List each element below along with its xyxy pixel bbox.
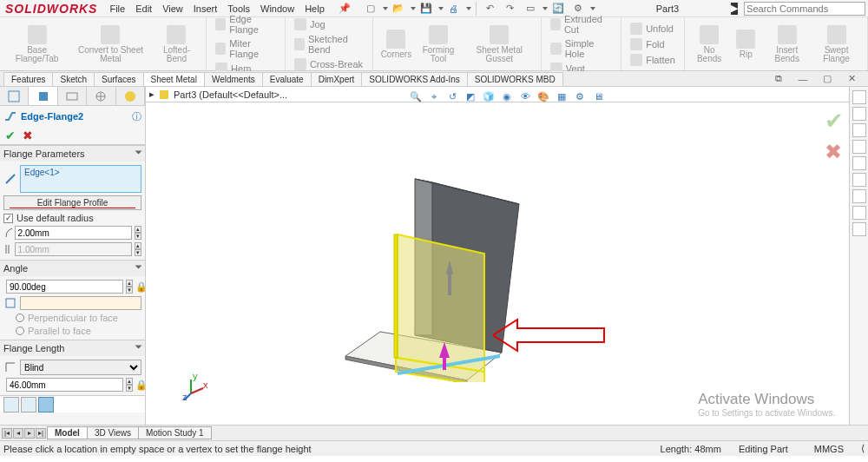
simple-hole-button[interactable]: Simple Hole <box>547 37 615 60</box>
tab-evaluate[interactable]: Evaluate <box>262 72 312 86</box>
print-dropdown[interactable] <box>466 7 471 10</box>
new-dropdown[interactable] <box>383 7 388 10</box>
miter-flange-button[interactable]: Miter Flange <box>212 37 279 60</box>
tab-model[interactable]: Model <box>47 426 88 439</box>
tab-features[interactable]: Features <box>3 72 53 86</box>
use-default-radius-checkbox[interactable]: ✓Use default radius <box>3 213 141 223</box>
swept-flange-button[interactable]: Swept Flange <box>811 19 862 69</box>
tab-addins[interactable]: SOLIDWORKS Add-Ins <box>361 72 467 86</box>
bend-radius-input[interactable] <box>15 226 132 240</box>
new-icon[interactable]: ▢ <box>364 2 378 16</box>
open-icon[interactable]: 📂 <box>391 2 405 16</box>
save-dropdown[interactable] <box>438 7 444 10</box>
taskpane-design-library-icon[interactable] <box>852 107 866 121</box>
forming-tool-button[interactable]: Forming Tool <box>413 19 463 69</box>
redo-icon[interactable]: ↷ <box>503 2 517 16</box>
no-bends-button[interactable]: No Bends <box>690 19 729 69</box>
open-dropdown[interactable] <box>411 7 416 10</box>
pm-tab-property-manager[interactable] <box>29 87 57 105</box>
section-angle[interactable]: Angle <box>3 263 28 274</box>
pm-tab-dimxpert[interactable] <box>87 87 115 105</box>
edge-selection-box[interactable]: Edge<1> <box>20 165 141 193</box>
tab-mbd[interactable]: SOLIDWORKS MBD <box>467 72 563 86</box>
graphics-viewport[interactable]: ▸ Part3 (Default<<Default>... 🔍 ⌖ ↺ ◩ 🧊 … <box>146 87 868 425</box>
display-style-icon[interactable]: ◉ <box>499 89 515 104</box>
sketched-bend-button[interactable]: Sketched Bend <box>291 33 368 56</box>
lock-icon[interactable]: 🔒 <box>135 281 146 293</box>
menu-help[interactable]: Help <box>305 3 325 14</box>
taskpane-view-palette-icon[interactable] <box>852 140 866 154</box>
doc-close-icon[interactable]: ✕ <box>845 72 858 86</box>
sheet-metal-gusset-button[interactable]: Sheet Metal Gusset <box>464 19 536 69</box>
status-extra[interactable]: ⟨ <box>861 443 865 454</box>
edge-flange-button[interactable]: Edge Flange <box>212 13 279 36</box>
tab-surfaces[interactable]: Surfaces <box>94 72 143 86</box>
menu-edit[interactable]: Edit <box>135 3 152 14</box>
confirm-ok-icon[interactable]: ✔ <box>825 108 844 135</box>
bend-radius-spinner[interactable]: ▲▼ <box>135 226 141 240</box>
undo-icon[interactable]: ↶ <box>483 2 497 16</box>
tangent-bend-button[interactable] <box>38 397 54 412</box>
tab-nav-next[interactable]: ▸ <box>24 428 35 439</box>
extruded-cut-button[interactable]: Extruded Cut <box>547 13 615 36</box>
view-settings-icon[interactable]: ⚙ <box>572 89 588 104</box>
corners-button[interactable]: Corners <box>378 19 413 69</box>
angle-input[interactable] <box>6 280 123 294</box>
tab-weldments[interactable]: Weldments <box>204 72 263 86</box>
search-input[interactable] <box>744 2 865 16</box>
taskpane-file-explorer-icon[interactable] <box>852 123 866 137</box>
pm-tab-config[interactable] <box>58 87 87 105</box>
taskpane-extra2-icon[interactable] <box>852 222 866 236</box>
tab-motion-study[interactable]: Motion Study 1 <box>138 426 212 439</box>
section-view-icon[interactable]: ◩ <box>463 89 478 104</box>
zoom-area-icon[interactable]: ⌖ <box>426 89 442 104</box>
tab-dimxpert[interactable]: DimXpert <box>311 72 363 86</box>
taskpane-extra1-icon[interactable] <box>852 206 866 220</box>
tree-root-label[interactable]: Part3 (Default<<Default>... <box>174 89 287 100</box>
taskpane-appearances-icon[interactable] <box>852 156 866 170</box>
flange-length-spinner[interactable]: ▲▼ <box>126 378 133 392</box>
cross-break-button[interactable]: Cross-Break <box>291 57 368 71</box>
jog-button[interactable]: Jog <box>291 17 368 31</box>
pm-help-icon[interactable]: ⓘ <box>132 110 141 123</box>
tab-nav-first[interactable]: |◂ <box>2 428 12 439</box>
pm-tab-feature-tree[interactable] <box>0 87 29 105</box>
end-condition-select[interactable]: Blind <box>20 360 141 375</box>
view-orientation-icon[interactable]: 🧊 <box>481 89 496 104</box>
tab-sheet-metal[interactable]: Sheet Metal <box>143 72 205 86</box>
inner-virtual-sharp-button[interactable] <box>21 397 36 412</box>
flange-length-input[interactable] <box>6 378 123 392</box>
tab-nav-prev[interactable]: ◂ <box>13 428 23 439</box>
appearance-icon[interactable]: 🎨 <box>536 89 551 104</box>
outer-virtual-sharp-button[interactable] <box>3 397 19 412</box>
edit-flange-profile-button[interactable]: Edit Flange Profile <box>3 195 141 210</box>
unfold-button[interactable]: Unfold <box>627 22 679 36</box>
scene-icon[interactable]: ▦ <box>554 89 569 104</box>
tab-3d-views[interactable]: 3D Views <box>87 426 139 439</box>
lock-icon[interactable]: 🔒 <box>135 380 146 391</box>
render-icon[interactable]: 🖥 <box>590 89 606 104</box>
flatten-button[interactable]: Flatten <box>627 53 679 67</box>
zoom-fit-icon[interactable]: 🔍 <box>408 89 424 104</box>
insert-bends-button[interactable]: Insert Bends <box>763 19 811 69</box>
tree-expand-icon[interactable]: ▸ <box>149 89 155 100</box>
face-selection-input[interactable] <box>20 296 141 310</box>
view-triad[interactable]: y x z <box>182 374 208 400</box>
pin-icon[interactable]: 📌 <box>338 2 352 16</box>
menu-file[interactable]: File <box>109 3 125 14</box>
pm-tab-display[interactable] <box>116 87 145 105</box>
hide-show-icon[interactable]: 👁 <box>517 89 533 104</box>
tab-nav-last[interactable]: ▸| <box>36 428 46 439</box>
options-dropdown[interactable] <box>590 7 595 10</box>
previous-view-icon[interactable]: ↺ <box>444 89 460 104</box>
chevron-down-icon[interactable] <box>135 346 142 352</box>
doc-expand-icon[interactable]: ⧉ <box>772 72 786 86</box>
taskpane-custom-props-icon[interactable] <box>852 173 866 187</box>
pm-cancel-button[interactable]: ✖ <box>23 129 33 142</box>
tab-sketch[interactable]: Sketch <box>52 72 95 86</box>
confirm-cancel-icon[interactable]: ✖ <box>825 140 844 164</box>
chevron-down-icon[interactable] <box>135 151 142 157</box>
save-icon[interactable]: 💾 <box>419 2 433 16</box>
rip-button[interactable]: Rip <box>728 19 763 69</box>
angle-spinner[interactable]: ▲▼ <box>126 280 133 294</box>
